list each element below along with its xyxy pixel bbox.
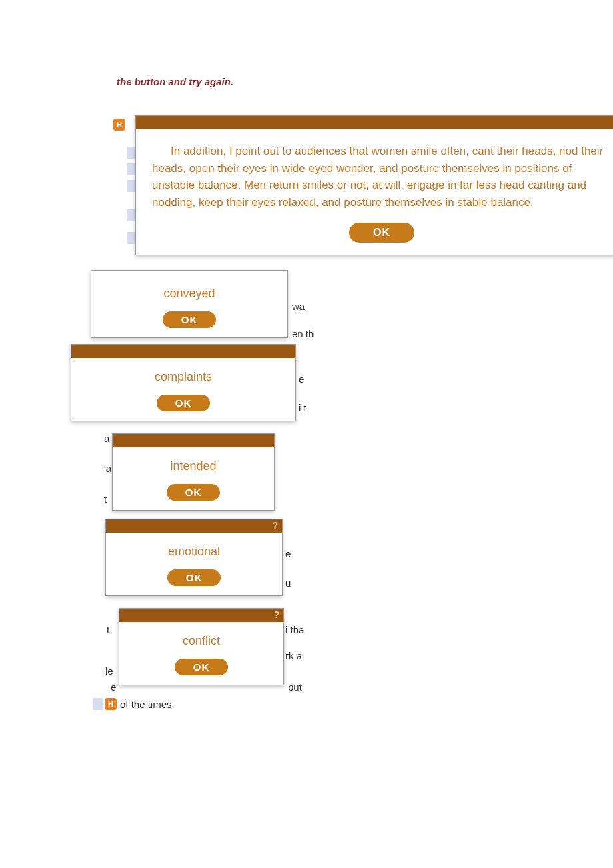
modal-body: conveyed OK: [91, 271, 287, 337]
bg-text-fragment: t: [107, 624, 109, 635]
modal-text: In addition, I point out to audiences th…: [152, 143, 612, 211]
modal-conveyed: conveyed OK: [91, 270, 288, 338]
instruction-text: the button and try again.: [117, 76, 233, 87]
modal-header[interactable]: [71, 345, 295, 358]
ok-button[interactable]: OK: [163, 311, 217, 328]
bg-text-fragment: e: [111, 681, 116, 693]
bg-stripe: [127, 147, 136, 159]
modal-text: complaints: [85, 369, 282, 385]
bg-stripe: [127, 163, 136, 175]
help-icon[interactable]: ?: [273, 609, 279, 620]
bg-stripe: [93, 698, 103, 710]
bg-text-fragment: put: [288, 681, 302, 693]
modal-header[interactable]: ?: [106, 519, 282, 533]
ok-button[interactable]: OK: [167, 484, 221, 501]
ok-button[interactable]: OK: [157, 395, 211, 411]
bg-text-fragment: t: [104, 493, 107, 505]
bg-text-fragment: wa: [292, 301, 305, 312]
modal-text: intended: [126, 458, 261, 475]
bg-text-fragment: le: [105, 665, 113, 677]
bg-text-fragment: i t: [299, 402, 306, 413]
bg-text-fragment: e: [285, 548, 291, 559]
bg-stripe: [127, 209, 136, 221]
modal-complaints: complaints OK: [71, 344, 296, 421]
modal-header[interactable]: [136, 116, 613, 129]
bg-text-fragment: en th: [292, 328, 314, 339]
bg-text-fragment: u: [285, 577, 291, 589]
ok-button[interactable]: OK: [167, 569, 221, 586]
bg-text-fragment: rk a: [285, 650, 302, 661]
ok-button[interactable]: OK: [349, 223, 414, 243]
modal-body: In addition, I point out to audiences th…: [136, 129, 613, 255]
modal-text: conveyed: [105, 285, 274, 302]
bg-stripe: [127, 180, 136, 192]
hint-icon[interactable]: H: [105, 698, 117, 710]
modal-body: emotional OK: [106, 533, 282, 595]
bg-text-fragment: e: [299, 373, 304, 385]
modal-text: conflict: [133, 633, 270, 649]
modal-text: emotional: [119, 543, 269, 560]
bg-text-fragment: of the times.: [120, 699, 175, 710]
modal-header[interactable]: ?: [119, 609, 283, 622]
modal-emotional: ? emotional OK: [105, 519, 283, 596]
bg-stripe: [127, 232, 136, 244]
modal-intended: intended OK: [112, 433, 275, 511]
ok-button[interactable]: OK: [175, 659, 229, 675]
modal-body: conflict OK: [119, 622, 283, 685]
bg-text-fragment: a: [104, 433, 109, 444]
modal-main: In addition, I point out to audiences th…: [135, 115, 613, 255]
bg-text-fragment: 'a: [104, 463, 111, 474]
modal-conflict: ? conflict OK: [119, 608, 284, 685]
modal-body: complaints OK: [71, 358, 295, 421]
help-icon[interactable]: ?: [272, 520, 278, 531]
modal-header[interactable]: [113, 434, 274, 447]
bg-text-fragment: i tha: [285, 624, 304, 635]
hint-icon[interactable]: H: [113, 119, 125, 131]
modal-body: intended OK: [113, 447, 274, 510]
